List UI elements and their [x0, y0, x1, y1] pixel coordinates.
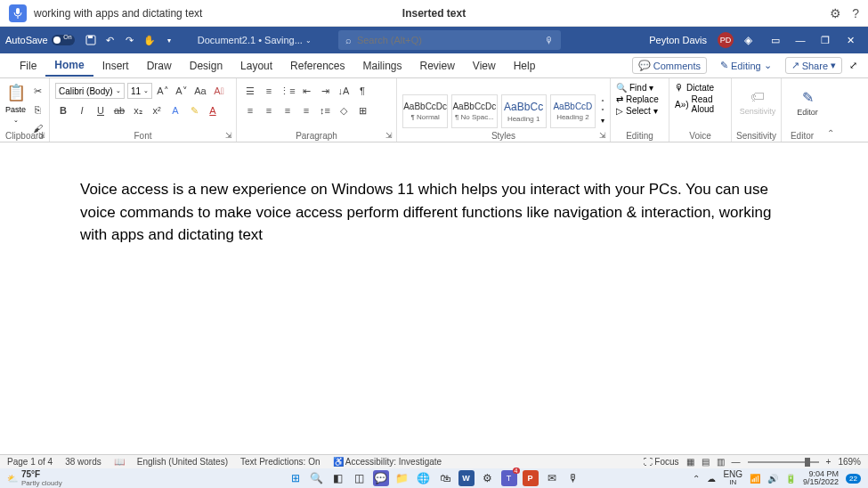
- numbering-icon[interactable]: ≡: [261, 83, 277, 99]
- style-normal[interactable]: AaBbCcDc¶ Normal: [402, 94, 448, 128]
- ribbon-mode-icon[interactable]: ⤢: [849, 60, 857, 71]
- paragraph-launcher-icon[interactable]: ⇲: [385, 131, 393, 140]
- help-icon[interactable]: ?: [852, 6, 859, 20]
- zoom-slider[interactable]: [748, 461, 819, 463]
- clipboard-launcher-icon[interactable]: ⇲: [38, 131, 45, 140]
- style-nospacing[interactable]: AaBbCcDc¶ No Spac...: [451, 94, 497, 128]
- gear-icon[interactable]: ⚙: [830, 6, 841, 20]
- close-button[interactable]: ✕: [838, 28, 863, 53]
- search-box[interactable]: ⌕ 🎙: [338, 30, 561, 50]
- view-read-icon[interactable]: ▦: [686, 457, 694, 467]
- search-input[interactable]: [357, 35, 539, 45]
- voice-access-taskbar-icon[interactable]: 🎙: [565, 470, 581, 486]
- align-right-icon[interactable]: ≡: [280, 102, 296, 118]
- tab-insert[interactable]: Insert: [93, 56, 138, 76]
- start-button[interactable]: ⊞: [288, 470, 304, 486]
- italic-button[interactable]: I: [74, 102, 90, 118]
- qat-dropdown-icon[interactable]: ▾: [160, 31, 178, 49]
- align-center-icon[interactable]: ≡: [261, 102, 277, 118]
- styles-scroll-up-icon[interactable]: ˄: [601, 99, 604, 107]
- zoom-out-button[interactable]: —: [732, 457, 741, 467]
- cut-icon[interactable]: ✂: [29, 83, 45, 99]
- read-aloud-button[interactable]: A») Read Aloud: [675, 94, 726, 114]
- user-name[interactable]: Peyton Davis: [649, 35, 707, 45]
- share-button[interactable]: ↗ Share ▾: [785, 57, 842, 74]
- microphone-icon[interactable]: [9, 4, 27, 22]
- view-print-icon[interactable]: ▤: [702, 457, 710, 467]
- powerpoint-icon[interactable]: P: [523, 470, 539, 486]
- sensitivity-button[interactable]: 🏷 Sensitivity: [737, 80, 778, 125]
- status-predictions[interactable]: Text Predictions: On: [240, 457, 320, 467]
- edge-icon[interactable]: 🌐: [416, 470, 432, 486]
- tab-file[interactable]: File: [11, 56, 45, 76]
- autosave-toggle[interactable]: AutoSave On: [5, 35, 75, 45]
- weather-widget[interactable]: ⛅ 75°F Partly cloudy: [7, 469, 62, 487]
- diamond-icon[interactable]: ◈: [744, 34, 752, 46]
- change-case-icon[interactable]: Aa: [192, 83, 208, 99]
- select-button[interactable]: ▷ Select ▾: [616, 106, 658, 116]
- document-name[interactable]: Document2.1 • Saving... ⌄: [198, 35, 312, 45]
- editing-mode-button[interactable]: ✎ Editing ⌄: [714, 57, 778, 74]
- shading-icon[interactable]: ◇: [336, 102, 352, 118]
- status-spellcheck-icon[interactable]: 📖: [114, 457, 125, 467]
- paste-icon[interactable]: 📋: [6, 83, 26, 102]
- dictate-button[interactable]: 🎙 Dictate: [675, 83, 714, 93]
- minimize-button[interactable]: —: [788, 28, 813, 53]
- view-web-icon[interactable]: ▥: [717, 457, 725, 467]
- status-page[interactable]: Page 1 of 4: [7, 457, 53, 467]
- font-size-select[interactable]: 11⌄: [127, 83, 152, 99]
- redo-icon[interactable]: ↷: [121, 31, 139, 49]
- increase-indent-icon[interactable]: ⇥: [317, 83, 333, 99]
- font-color-icon[interactable]: A: [205, 102, 221, 118]
- wifi-icon[interactable]: 📶: [750, 474, 760, 484]
- clear-format-icon[interactable]: A⃠: [211, 83, 227, 99]
- maximize-button[interactable]: ❐: [813, 28, 838, 53]
- editor-button[interactable]: ✎ Editor: [787, 80, 828, 125]
- focus-mode-button[interactable]: ⛶ Focus: [644, 457, 679, 467]
- bullets-icon[interactable]: ☰: [242, 83, 258, 99]
- zoom-level[interactable]: 169%: [838, 457, 861, 467]
- battery-icon[interactable]: 🔋: [785, 474, 796, 484]
- user-avatar[interactable]: PD: [718, 32, 734, 48]
- justify-icon[interactable]: ≡: [298, 102, 314, 118]
- tab-layout[interactable]: Layout: [231, 56, 281, 76]
- settings-icon[interactable]: ⚙: [480, 470, 496, 486]
- copy-icon[interactable]: ⎘: [29, 102, 45, 118]
- underline-button[interactable]: U: [93, 102, 109, 118]
- tab-design[interactable]: Design: [181, 56, 231, 76]
- volume-icon[interactable]: 🔊: [767, 474, 778, 484]
- borders-icon[interactable]: ⊞: [354, 102, 370, 118]
- line-spacing-icon[interactable]: ↕≡: [317, 102, 333, 118]
- tray-chevron-icon[interactable]: ⌃: [693, 474, 700, 484]
- word-icon[interactable]: W: [458, 470, 475, 486]
- touch-mode-icon[interactable]: ✋: [141, 31, 158, 49]
- tab-review[interactable]: Review: [411, 56, 464, 76]
- styles-scroll-down-icon[interactable]: ˅: [601, 108, 604, 116]
- replace-button[interactable]: ⇄ Replace: [616, 94, 659, 104]
- notifications-button[interactable]: 22: [846, 474, 861, 484]
- document-canvas[interactable]: Voice access is a new experience on Wind…: [0, 142, 868, 454]
- collapse-ribbon-icon[interactable]: ⌃: [827, 128, 834, 138]
- teams-icon[interactable]: T4: [501, 470, 517, 486]
- status-words[interactable]: 38 words: [65, 457, 101, 467]
- text-effects-icon[interactable]: A: [167, 102, 183, 118]
- task-view-icon[interactable]: ◧: [330, 470, 346, 486]
- widgets-icon[interactable]: ◫: [352, 470, 368, 486]
- clock[interactable]: 9:04 PM 9/15/2022: [803, 470, 839, 486]
- grow-font-icon[interactable]: A˄: [155, 83, 171, 99]
- tab-references[interactable]: References: [281, 56, 353, 76]
- mail-icon[interactable]: ✉: [544, 470, 560, 486]
- tab-help[interactable]: Help: [505, 56, 545, 76]
- comments-button[interactable]: 💬 Comments: [632, 57, 707, 74]
- ribbon-display-icon[interactable]: ▭: [763, 28, 788, 53]
- onedrive-icon[interactable]: ☁: [707, 474, 716, 484]
- tab-home[interactable]: Home: [45, 55, 93, 77]
- styles-more-icon[interactable]: ▾: [601, 117, 604, 125]
- multilevel-icon[interactable]: ⋮≡: [280, 83, 296, 99]
- font-launcher-icon[interactable]: ⇲: [225, 131, 232, 140]
- mic-search-icon[interactable]: 🎙: [545, 36, 554, 45]
- save-icon[interactable]: [82, 31, 100, 49]
- style-heading2[interactable]: AaBbCcDHeading 2: [550, 94, 596, 128]
- tab-draw[interactable]: Draw: [138, 56, 181, 76]
- tab-mailings[interactable]: Mailings: [353, 56, 410, 76]
